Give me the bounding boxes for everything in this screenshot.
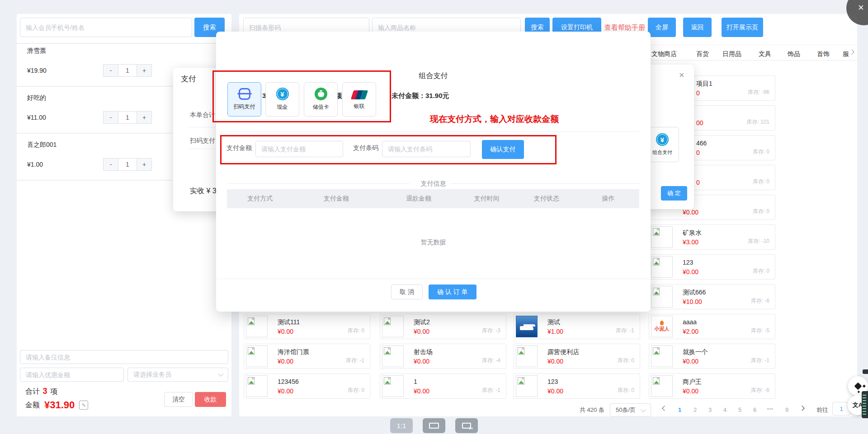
tab-category-wenju[interactable]: 文具 <box>759 50 771 58</box>
product-price: ¥3.00 <box>683 238 698 246</box>
total-unit: 项 <box>50 387 57 395</box>
logo-text: 小泥人 <box>655 326 670 332</box>
pay-dialog-received: 实收 ¥ 3 <box>190 187 217 196</box>
qty-value[interactable]: 1 <box>118 111 137 124</box>
tab-category-shoushi[interactable]: 首饰 <box>817 50 830 58</box>
product-card[interactable]: 1 ¥0.00 库存: -1 <box>380 373 506 399</box>
close-icon[interactable]: × <box>858 2 864 14</box>
product-card[interactable]: 露营便利店 ¥0.00 库存: 0 <box>514 344 640 369</box>
screenshot-button[interactable] <box>455 418 478 433</box>
member-search-input[interactable] <box>20 18 192 37</box>
qty-value[interactable]: 1 <box>118 158 137 171</box>
tab-category-shipin[interactable]: 饰品 <box>788 50 800 58</box>
qty-value[interactable]: 1 <box>118 64 137 77</box>
product-image-placeholder <box>382 375 404 397</box>
help-manual-link[interactable]: 查看帮助手册 <box>604 23 645 32</box>
product-card[interactable]: 测试111 ¥0.00 库存: 0 <box>244 314 370 339</box>
product-card[interactable]: 射击场 ¥0.00 库存: -4 <box>380 344 506 369</box>
clear-cart-button[interactable]: 清空 <box>164 392 193 407</box>
pay-method-stored-card[interactable]: 储值卡 <box>304 82 338 117</box>
extension-minimap[interactable] <box>862 391 868 418</box>
product-image-ship <box>516 316 538 337</box>
qty-plus-button[interactable]: + <box>137 64 152 77</box>
page-number[interactable]: 5 <box>738 406 741 413</box>
checkout-button[interactable]: 收款 <box>195 392 226 407</box>
tab-category-riyongpin[interactable]: 日用品 <box>722 50 741 58</box>
close-icon[interactable]: × <box>679 70 684 80</box>
page-number[interactable]: 1 <box>678 406 681 413</box>
page-number[interactable]: 4 <box>723 406 726 413</box>
pay-method-label: 扫码支付 <box>234 103 255 111</box>
product-card[interactable]: 123 ¥0.00 库存: 0 <box>649 254 775 280</box>
pay-method-label: 储值卡 <box>313 103 329 111</box>
product-image-logo: 小泥人 <box>651 316 673 337</box>
back-button[interactable]: 返回 <box>683 18 712 37</box>
cancel-button[interactable]: 取 消 <box>391 285 423 299</box>
qty-minus-button[interactable]: - <box>103 158 118 171</box>
product-card[interactable]: 测试2 ¥0.00 库存: -3 <box>380 314 506 339</box>
confirm-pay-button[interactable]: 确认支付 <box>482 140 524 159</box>
product-name: 就换一个 <box>683 348 708 356</box>
product-card[interactable]: 测试 ¥1.00 库存: -1 <box>514 314 640 339</box>
qty-minus-button[interactable]: - <box>103 111 118 124</box>
salesman-placeholder: 请选择业务员 <box>133 371 171 379</box>
product-stock: 库存: -1 <box>346 357 364 364</box>
product-card[interactable]: 123 ¥0.00 库存: 0 <box>514 373 640 399</box>
pay-method-cash[interactable]: ¥ 现金 <box>265 82 299 117</box>
page-number[interactable]: 9 <box>785 406 788 413</box>
zoom-1to1-button[interactable]: 1:1 <box>390 418 413 433</box>
broken-image-icon <box>384 347 391 355</box>
product-stock: 库存: 0 <box>618 387 634 394</box>
tab-category-store[interactable]: 文物商店 <box>651 50 677 58</box>
page-ellipsis[interactable]: ••• <box>767 406 774 411</box>
page-number[interactable]: 6 <box>753 406 756 413</box>
page-number[interactable]: 2 <box>693 406 697 413</box>
tab-category-fu[interactable]: 服 <box>843 50 849 58</box>
product-card[interactable]: 矿泉水 ¥3.00 库存: -10 <box>649 224 775 250</box>
tab-category-baihuo[interactable]: 百货 <box>696 50 709 58</box>
product-stock: 库存: -1 <box>482 387 500 394</box>
product-price: ¥0.00 <box>683 387 698 395</box>
quantity-stepper[interactable]: - 1 + <box>103 64 152 77</box>
product-stock: 库存: -1 <box>616 327 634 335</box>
quantity-stepper[interactable]: - 1 + <box>103 111 152 124</box>
discount-input[interactable] <box>20 368 124 382</box>
combined-payment-modal: 组合支付 订单总额：31.9元 实收金额：0元 未付金额：31.90元 扫码支付… <box>216 32 651 312</box>
cash-icon: ¥ <box>656 133 669 146</box>
note-input[interactable] <box>20 350 228 364</box>
edit-amount-icon[interactable]: ✎ <box>79 401 88 410</box>
confirm-order-button[interactable]: 确 认 订 单 <box>429 285 476 299</box>
col-header: 支付方式 <box>227 195 293 203</box>
cart-item-name: 喜之郎001 <box>27 141 57 149</box>
extension-tab[interactable] <box>863 369 868 374</box>
product-card[interactable]: 就换一个 ¥0.00 库存: -1 <box>649 344 775 369</box>
pay-method-scan[interactable]: 扫码支付 <box>227 82 261 117</box>
divider <box>450 183 639 184</box>
cart-item-price: ¥19.90 <box>27 67 47 74</box>
quantity-stepper[interactable]: - 1 + <box>103 158 152 171</box>
page-number[interactable]: 3 <box>708 406 712 413</box>
salesman-select[interactable]: 请选择业务员 <box>127 368 228 382</box>
product-name: 商户王 <box>683 378 702 386</box>
open-display-button[interactable]: 打开展示页 <box>722 18 763 37</box>
confirm-button[interactable]: 确 定 <box>661 186 687 201</box>
fullscreen-button[interactable]: 全屏 <box>648 18 676 37</box>
product-card[interactable]: 商户王 ¥0.00 库存: -6 <box>649 373 775 399</box>
qty-plus-button[interactable]: + <box>137 158 152 171</box>
product-card[interactable]: 测试666 ¥10.00 库存: -6 <box>649 284 775 309</box>
product-card[interactable]: 海洋馆门票 ¥0.00 库存: -1 <box>244 344 370 369</box>
cart-item-name: 滑雪票 <box>27 47 46 55</box>
pay-amount-input[interactable] <box>255 141 343 157</box>
product-stock: 库存: 0 <box>753 148 769 156</box>
fit-screen-button[interactable] <box>423 418 445 433</box>
qty-plus-button[interactable]: + <box>137 111 152 124</box>
sparkles-icon <box>854 383 862 390</box>
pay-method-unionpay[interactable]: 银联 <box>342 82 376 117</box>
broken-image-icon <box>384 377 391 385</box>
pay-method-combined[interactable]: ¥ 组合支付 <box>646 127 679 162</box>
page-size-select[interactable]: 50条/页 <box>610 403 651 417</box>
product-card[interactable]: 小泥人 aaaa ¥2.00 库存: -5 <box>649 314 775 339</box>
qty-minus-button[interactable]: - <box>103 64 118 77</box>
pay-barcode-input[interactable] <box>382 141 471 157</box>
product-card[interactable]: 123456 ¥0.00 库存: 0 <box>244 373 370 399</box>
